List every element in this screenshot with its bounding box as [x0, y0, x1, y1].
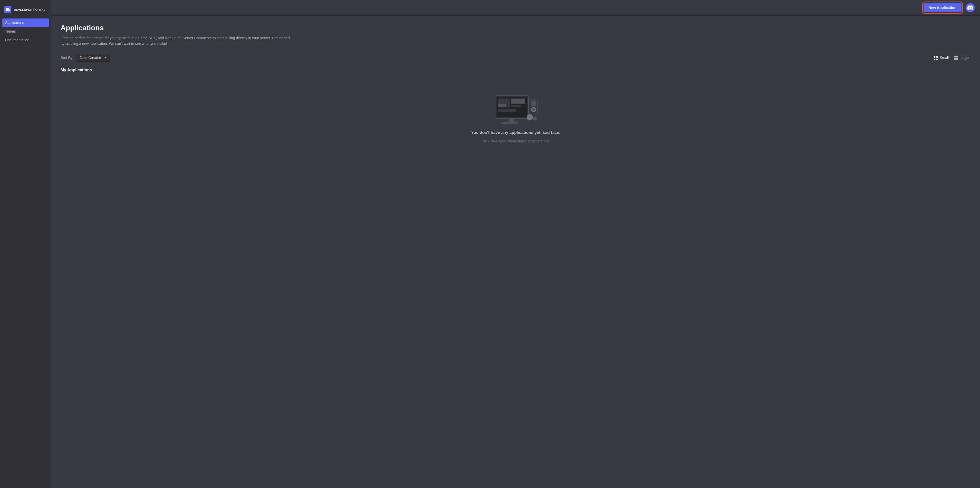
svg-point-14: [527, 114, 533, 120]
empty-primary-text: You don't have any applications yet, sad…: [471, 130, 560, 135]
sidebar-item-teams[interactable]: Teams: [2, 27, 49, 35]
sort-by-label: Sort By:: [60, 56, 73, 60]
empty-illustration: [490, 93, 541, 126]
svg-rect-11: [531, 100, 536, 106]
new-application-button[interactable]: New Application: [924, 3, 961, 12]
sidebar-item-documentation[interactable]: Documentation: [2, 36, 49, 44]
page-content: Applications Find the perfect feature se…: [51, 16, 980, 488]
section-title: My Applications: [60, 68, 971, 72]
sidebar-navigation: Applications Teams Documentation: [0, 19, 51, 44]
user-avatar[interactable]: [966, 3, 975, 12]
view-large-button[interactable]: Large: [952, 55, 971, 61]
view-small-button[interactable]: Small: [932, 55, 951, 61]
sort-left: Sort By: Date Created Name: [60, 54, 110, 62]
sort-right: Small Large: [932, 55, 971, 61]
svg-point-15: [533, 116, 537, 121]
topbar: New Application: [51, 0, 980, 16]
svg-rect-6: [511, 99, 525, 104]
sort-bar: Sort By: Date Created Name Small: [60, 54, 971, 62]
view-toggle: Small Large: [932, 55, 971, 61]
discord-user-icon: [967, 5, 973, 11]
svg-rect-7: [511, 105, 521, 107]
sidebar: DEVELOPER PORTAL Applications Teams Docu…: [0, 0, 51, 488]
discord-icon: [4, 6, 11, 13]
empty-secondary-text: Click New Application above to get start…: [482, 139, 550, 143]
page-description: Find the perfect feature set for your ga…: [60, 35, 291, 47]
sidebar-logo: DEVELOPER PORTAL: [0, 3, 51, 19]
svg-point-13: [532, 108, 535, 111]
svg-rect-17: [503, 122, 506, 124]
small-grid-icon: [934, 56, 938, 60]
logo-text: DEVELOPER PORTAL: [14, 8, 45, 11]
svg-rect-5: [498, 104, 506, 107]
topbar-right: New Application: [924, 3, 975, 12]
sidebar-item-applications[interactable]: Applications: [2, 19, 49, 27]
svg-rect-4: [498, 109, 516, 112]
main-content: New Application Applications Find the pe…: [51, 0, 980, 488]
sort-select[interactable]: Date Created Name: [76, 54, 110, 62]
page-title: Applications: [60, 24, 971, 32]
empty-state: You don't have any applications yet, sad…: [60, 78, 971, 159]
large-grid-icon: [954, 56, 958, 60]
